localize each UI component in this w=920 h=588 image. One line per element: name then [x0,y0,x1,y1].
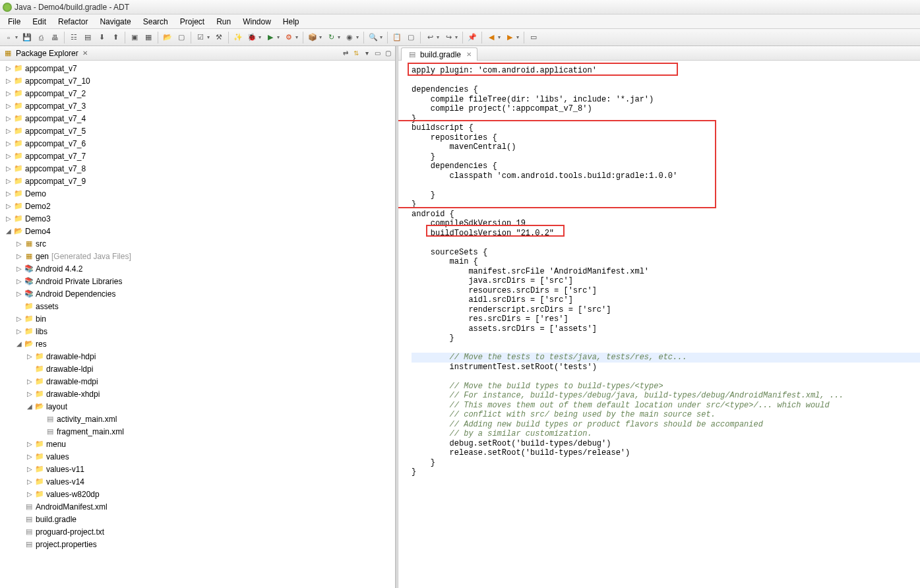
file-build.gradle[interactable]: ▤build.gradle [1,513,394,525]
copy-button[interactable]: ▢ [405,32,417,44]
folder-menu[interactable]: ▷📁menu [1,438,394,450]
libs-folder[interactable]: ▷📁libs [1,325,394,338]
src-folder[interactable]: ▷▦src [1,237,394,250]
paste-button[interactable]: 📋 [391,32,403,44]
project-appcompat_v7_8[interactable]: ▷📁appcompat_v7_8 [1,162,394,175]
editor-tab-build-gradle[interactable]: ▤ build.gradle ✕ [401,47,477,61]
menu-edit[interactable]: Edit [27,16,51,28]
download-button[interactable]: ⬇ [96,32,107,44]
folder-drawable-ldpi[interactable]: 📁drawable-ldpi [1,363,394,375]
link-editor-button[interactable]: ⇅ [352,49,361,58]
save2-button[interactable]: ▢ [175,32,187,44]
expander-icon[interactable]: ▷ [25,490,34,498]
project-Demo[interactable]: ▷📁Demo [1,187,394,200]
debug-button[interactable]: 🐞 [246,32,258,44]
open-button[interactable]: 📂 [162,32,173,44]
new-button[interactable]: ▫ [3,32,15,44]
close-panel-button[interactable]: ✕ [82,49,88,57]
expander-icon[interactable]: ▷ [25,378,34,385]
folder-drawable-hdpi[interactable]: ▷📁drawable-hdpi [1,350,394,363]
lint-button[interactable]: ▦ [142,32,154,44]
folder-values-v11[interactable]: ▷📁values-v11 [1,463,394,475]
save-button[interactable]: 💾 [21,32,33,44]
project-appcompat_v7_4[interactable]: ▷📁appcompat_v7_4 [1,112,394,125]
res-folder[interactable]: ◢📂res [1,338,394,350]
project-appcompat_v7[interactable]: ▷📁appcompat_v7 [1,62,394,74]
nav-back-button[interactable]: ◀ [485,32,497,44]
minimize-button[interactable]: ▭ [373,49,382,58]
expander-icon[interactable]: ▷ [25,453,34,460]
run-button[interactable]: ▶ [264,32,276,44]
menu-file[interactable]: File [3,16,26,28]
file-activity_main.xml[interactable]: ▤activity_main.xml [1,413,394,425]
project-Demo4[interactable]: ◢📂Demo4 [1,225,394,237]
gen-folder[interactable]: ▷▦gen[Generated Java Files] [1,250,394,262]
expander-icon[interactable]: ◢ [15,340,24,347]
expander-icon[interactable]: ▷ [4,65,13,72]
collapse-all-button[interactable]: ⇄ [341,49,350,58]
check-button[interactable]: ☑ [195,32,206,44]
project-appcompat_v7_6[interactable]: ▷📁appcompat_v7_6 [1,137,394,150]
maximize-button[interactable]: ▢ [383,49,392,58]
run-last-button[interactable]: ⚙ [283,32,295,44]
expander-icon[interactable]: ▷ [15,315,24,322]
file-AndroidManifest.xml[interactable]: ▤AndroidManifest.xml [1,500,394,513]
expander-icon[interactable]: ▷ [25,353,34,360]
expander-icon[interactable]: ▷ [15,278,24,285]
wand-button[interactable]: ✨ [232,32,244,44]
menu-search[interactable]: Search [138,16,173,28]
android-sdk-button[interactable]: ☷ [68,32,80,44]
expander-icon[interactable]: ▷ [25,465,34,473]
menu-navigate[interactable]: Navigate [94,16,136,28]
expander-icon[interactable]: ▷ [4,90,13,97]
project-appcompat_v7_3[interactable]: ▷📁appcompat_v7_3 [1,100,394,112]
expander-icon[interactable]: ▷ [25,390,34,397]
file-fragment_main.xml[interactable]: ▤fragment_main.xml [1,425,394,438]
expander-icon[interactable]: ▷ [15,290,24,297]
refresh-button[interactable]: ↻ [325,32,337,44]
expander-icon[interactable]: ▷ [4,127,13,134]
print-button[interactable]: 🖶 [49,32,61,44]
view-menu-button[interactable]: ▾ [362,49,371,58]
save-all-button[interactable]: ⎙ [35,32,47,44]
menu-project[interactable]: Project [175,16,210,28]
project-tree[interactable]: ▷📁appcompat_v7▷📁appcompat_v7_10▷📁appcomp… [0,61,395,588]
project-Demo3[interactable]: ▷📁Demo3 [1,212,394,225]
layout-folder[interactable]: ◢📂layout [1,400,394,413]
project-appcompat_v7_9[interactable]: ▷📁appcompat_v7_9 [1,175,394,187]
target-button[interactable]: ◉ [344,32,355,44]
expander-icon[interactable]: ▷ [4,215,13,222]
expander-icon[interactable]: ▷ [15,252,24,260]
project-appcompat_v7_10[interactable]: ▷📁appcompat_v7_10 [1,74,394,87]
private-libs[interactable]: ▷📚Android Private Libraries [1,275,394,287]
screenshot-button[interactable]: ▣ [129,32,140,44]
editor-body[interactable]: apply plugin: 'com.android.application' … [398,61,920,588]
menu-help[interactable]: Help [278,16,305,28]
menu-refactor[interactable]: Refactor [53,16,93,28]
folder-drawable-mdpi[interactable]: ▷📁drawable-mdpi [1,375,394,388]
project-Demo2[interactable]: ▷📁Demo2 [1,200,394,212]
folder-values-w820dp[interactable]: ▷📁values-w820dp [1,488,394,500]
expander-icon[interactable]: ▷ [4,115,13,122]
project-appcompat_v7_5[interactable]: ▷📁appcompat_v7_5 [1,125,394,137]
expander-icon[interactable]: ▷ [4,102,13,109]
file-proguard-project.txt[interactable]: ▤proguard-project.txt [1,525,394,538]
expander-icon[interactable]: ▷ [25,440,34,448]
nav-fwd-button[interactable]: ▶ [504,32,516,44]
folder-values[interactable]: ▷📁values [1,450,394,463]
project-appcompat_v7_7[interactable]: ▷📁appcompat_v7_7 [1,150,394,162]
expander-icon[interactable]: ▷ [4,140,13,147]
avd-button[interactable]: ▤ [82,32,94,44]
assets-folder[interactable]: 📁assets [1,300,394,312]
expander-icon[interactable]: ▷ [4,165,13,172]
menu-window[interactable]: Window [237,16,276,28]
android-deps[interactable]: ▷📚Android Dependencies [1,287,394,300]
back-button[interactable]: ↩ [424,32,436,44]
pin-button[interactable]: 📌 [466,32,478,44]
expander-icon[interactable]: ▷ [25,478,34,485]
expander-icon[interactable]: ▷ [4,152,13,160]
perspective-button[interactable]: ▭ [528,32,539,44]
project-appcompat_v7_2[interactable]: ▷📁appcompat_v7_2 [1,87,394,100]
folder-drawable-xhdpi[interactable]: ▷📁drawable-xhdpi [1,388,394,400]
expander-icon[interactable]: ▷ [4,177,13,185]
